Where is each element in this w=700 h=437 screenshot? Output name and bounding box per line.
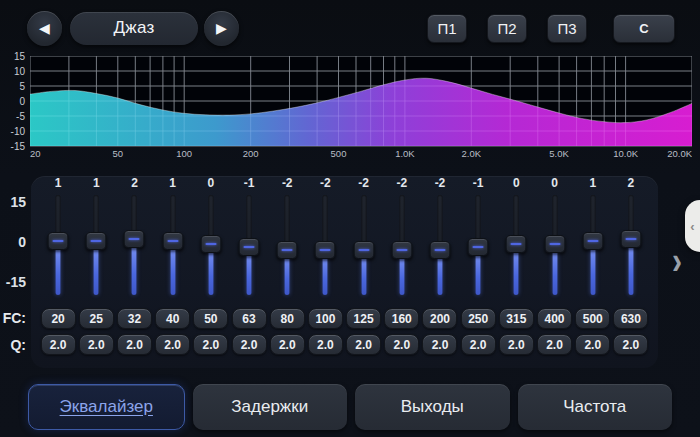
band-q-chip[interactable]: 2.0 [346, 334, 381, 355]
band-fc-chip[interactable]: 100 [308, 308, 343, 329]
band-q-chip[interactable]: 2.0 [270, 334, 305, 355]
thumb-line [53, 240, 64, 242]
preset-selector[interactable]: Джаз [70, 12, 198, 45]
slider-thumb[interactable] [315, 241, 336, 259]
slider-thumb[interactable] [582, 232, 603, 250]
band-q-chip[interactable]: 2.0 [537, 334, 572, 355]
tab-delays[interactable]: Задержки [193, 384, 348, 430]
band-fc-chip[interactable]: 80 [270, 308, 305, 329]
band-slider[interactable] [199, 193, 223, 299]
slider-fill [437, 254, 442, 296]
band-fc-chip[interactable]: 20 [41, 308, 76, 329]
band-slider[interactable] [581, 193, 605, 299]
band-q-chip[interactable]: 2.0 [79, 334, 114, 355]
svg-text:50: 50 [113, 148, 124, 159]
band-slider[interactable] [46, 193, 70, 299]
band-slider[interactable] [237, 193, 261, 299]
band-slider[interactable] [161, 193, 185, 299]
chart-y-tick: -15 [11, 142, 25, 152]
band-fc-chip[interactable]: 63 [232, 308, 267, 329]
band-fc-chip[interactable]: 125 [346, 308, 381, 329]
band-slider[interactable] [352, 193, 376, 299]
band-q-chip[interactable]: 2.0 [308, 334, 343, 355]
eq-band: 1 25 2.0 [77, 176, 115, 355]
slider-thumb[interactable] [124, 230, 145, 248]
band-slider[interactable] [122, 193, 146, 299]
tab-outputs[interactable]: Выходы [355, 384, 510, 430]
band-q-chip[interactable]: 2.0 [575, 334, 610, 355]
band-q-chip[interactable]: 2.0 [422, 334, 457, 355]
band-q-chip[interactable]: 2.0 [155, 334, 190, 355]
band-slider[interactable] [84, 193, 108, 299]
eq-band: 2 32 2.0 [115, 176, 153, 355]
slider-thumb[interactable] [468, 238, 489, 256]
band-fc-chip[interactable]: 400 [537, 308, 572, 329]
band-fc-chip[interactable]: 160 [384, 308, 419, 329]
tab-delays-label: Задержки [231, 397, 308, 417]
thumb-line [282, 249, 293, 251]
memory-button-p2[interactable]: П2 [487, 14, 527, 43]
preset-name: Джаз [113, 18, 154, 38]
band-slider[interactable] [543, 193, 567, 299]
tab-equalizer[interactable]: Эквалайзер [28, 384, 185, 430]
preset-next-button[interactable]: ▶ [204, 11, 239, 46]
slider-thumb[interactable] [429, 241, 450, 259]
band-slider[interactable] [466, 193, 490, 299]
slider-thumb[interactable] [48, 232, 69, 250]
band-gain-value: 1 [589, 176, 596, 193]
band-slider[interactable] [313, 193, 337, 299]
band-fc-chip[interactable]: 25 [79, 308, 114, 329]
band-fc-chip[interactable]: 200 [422, 308, 457, 329]
slider-thumb[interactable] [200, 235, 221, 253]
slider-fill [132, 243, 137, 296]
reset-button[interactable]: C [613, 14, 675, 43]
tab-equalizer-label: Эквалайзер [60, 397, 153, 417]
band-slider[interactable] [619, 193, 643, 299]
slider-thumb[interactable] [353, 241, 374, 259]
preset-prev-button[interactable]: ◀ [27, 11, 62, 46]
band-fc-chip[interactable]: 32 [117, 308, 152, 329]
memory-button-p1[interactable]: П1 [427, 14, 467, 43]
slider-thumb[interactable] [86, 232, 107, 250]
eq-band: -2 125 2.0 [345, 176, 383, 355]
next-bands-page-icon[interactable]: › [672, 244, 682, 278]
tab-frequency[interactable]: Частота [518, 384, 673, 430]
band-q-chip[interactable]: 2.0 [41, 334, 76, 355]
equalizer-band-section: 15 0 -15 FC: Q: 1 20 2.0 1 25 2.0 2 [0, 170, 700, 370]
band-q-chip[interactable]: 2.0 [232, 334, 267, 355]
slider-fill [361, 254, 366, 296]
band-q-chip[interactable]: 2.0 [499, 334, 534, 355]
band-slider[interactable] [504, 193, 528, 299]
slider-thumb[interactable] [162, 232, 183, 250]
slider-fill [94, 245, 99, 295]
top-bar: ◀ Джаз ▶ П1 П2 П3 C [0, 0, 700, 56]
slider-thumb[interactable] [239, 238, 260, 256]
band-fc-chip[interactable]: 250 [461, 308, 496, 329]
slider-thumb[interactable] [391, 241, 412, 259]
band-q-chip[interactable]: 2.0 [117, 334, 152, 355]
slider-fill [247, 251, 252, 295]
band-q-chip[interactable]: 2.0 [193, 334, 228, 355]
thumb-line [434, 249, 445, 251]
slider-thumb[interactable] [620, 230, 641, 248]
band-slider[interactable] [428, 193, 452, 299]
band-q-chip[interactable]: 2.0 [461, 334, 496, 355]
band-fc-chip[interactable]: 40 [155, 308, 190, 329]
slider-thumb[interactable] [544, 235, 565, 253]
slider-thumb[interactable] [506, 235, 527, 253]
band-fc-chip[interactable]: 500 [575, 308, 610, 329]
svg-text:5.0K: 5.0K [549, 148, 569, 159]
tab-outputs-label: Выходы [401, 397, 464, 417]
edge-drawer-handle[interactable]: ‹ [685, 200, 700, 252]
svg-text:1.0K: 1.0K [395, 148, 415, 159]
slider-thumb[interactable] [277, 241, 298, 259]
memory-button-p3[interactable]: П3 [547, 14, 587, 43]
band-fc-chip[interactable]: 630 [613, 308, 648, 329]
band-fc-chip[interactable]: 50 [193, 308, 228, 329]
band-slider[interactable] [275, 193, 299, 299]
band-gain-value: 2 [131, 176, 138, 193]
band-q-chip[interactable]: 2.0 [384, 334, 419, 355]
band-slider[interactable] [390, 193, 414, 299]
band-fc-chip[interactable]: 315 [499, 308, 534, 329]
band-q-chip[interactable]: 2.0 [613, 334, 648, 355]
